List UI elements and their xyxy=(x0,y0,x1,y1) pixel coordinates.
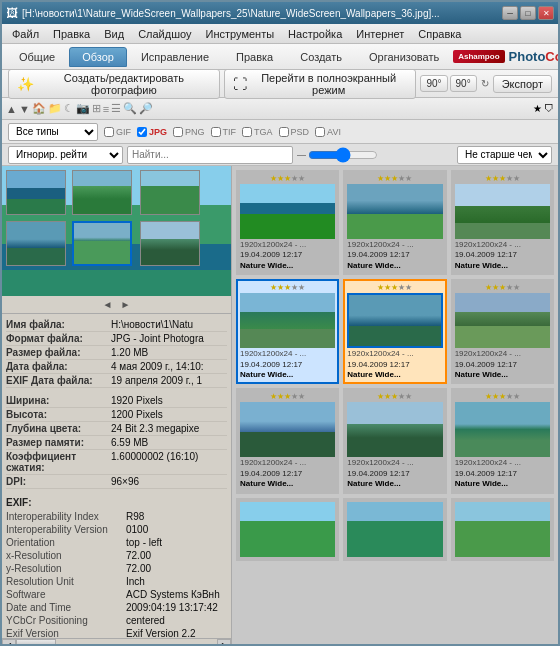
gallery-item-10[interactable] xyxy=(236,498,339,561)
tga-checkbox[interactable] xyxy=(242,127,252,137)
create-edit-photo-button[interactable]: ✨ Создать/редактировать фотографию xyxy=(8,69,220,99)
h-scroll-thumb[interactable] xyxy=(16,639,56,646)
gallery-item-3[interactable]: ★★★★★ 1920x1200x24 - ... 19.04.2009 12:1… xyxy=(451,170,554,275)
zoom-in-icon[interactable]: 🔍 xyxy=(123,102,137,115)
gallery-item-7[interactable]: ★★★★★ 1920x1200x24 - ... 19.04.2009 12:1… xyxy=(236,388,339,493)
gallery-item-11[interactable] xyxy=(343,498,446,561)
thumb-name-5: Nature Wide... xyxy=(347,370,442,380)
tab-correction[interactable]: Исправление xyxy=(128,47,222,67)
exif-interop-index: Interoperability Index R98 xyxy=(6,510,227,523)
thumb-info-1: 1920x1200x24 - ... 19.04.2009 12:17 Natu… xyxy=(240,240,335,271)
gallery-item-9[interactable]: ★★★★★ 1920x1200x24 - ... 19.04.2009 12:1… xyxy=(451,388,554,493)
tab-general[interactable]: Общие xyxy=(6,47,68,67)
gallery-item-5[interactable]: ★★★★★ 1920x1200x24 - ... 19.04.2009 12:1… xyxy=(343,279,446,384)
menu-file[interactable]: Файл xyxy=(6,26,45,42)
h-scroll-left[interactable]: ◄ xyxy=(2,639,16,646)
preview-thumb-small xyxy=(6,170,66,215)
gallery-item-1[interactable]: ★★★★★ 1920x1200x24 - ... 19.04.2009 12:1… xyxy=(236,170,339,275)
meta-format: Формат файла: JPG - Joint Photogra xyxy=(6,332,227,346)
star-filter-icon[interactable]: ★ xyxy=(533,103,542,114)
close-button[interactable]: ✕ xyxy=(538,6,554,20)
gallery-panel[interactable]: ★★★★★ 1920x1200x24 - ... 19.04.2009 12:1… xyxy=(232,166,558,646)
gif-label: GIF xyxy=(116,127,131,137)
menu-internet[interactable]: Интернет xyxy=(350,26,410,42)
titlebar-buttons[interactable]: ─ □ ✕ xyxy=(502,6,554,20)
meta-dpi: DPI: 96×96 xyxy=(6,475,227,489)
scroll-right-arrow[interactable]: ► xyxy=(121,299,131,310)
gif-checkbox[interactable] xyxy=(104,127,114,137)
export-button[interactable]: Экспорт xyxy=(493,75,552,93)
nav-up-icon[interactable]: ▲ xyxy=(6,103,17,115)
exif-ycbcr: YCbCr Positioning centered xyxy=(6,614,227,627)
fullscreen-button[interactable]: ⛶ Перейти в полноэкранный режим xyxy=(224,69,417,99)
menu-tools[interactable]: Инструменты xyxy=(200,26,281,42)
type-filter-select[interactable]: Все типы xyxy=(8,123,98,141)
thumb-name-6: Nature Wide... xyxy=(455,370,550,380)
home-icon[interactable]: 🏠 xyxy=(32,102,46,115)
menu-help[interactable]: Справка xyxy=(412,26,467,42)
gallery-item-8[interactable]: ★★★★★ 1920x1200x24 - ... 19.04.2009 12:1… xyxy=(343,388,446,493)
thumb-name-4: Nature Wide... xyxy=(240,370,335,380)
exif-orientation: Orientation top - left xyxy=(6,536,227,549)
rotate-left-button[interactable]: 90° xyxy=(420,75,447,92)
thumbnail-1 xyxy=(240,184,335,239)
thumbnail-4 xyxy=(240,293,335,348)
menu-slideshow[interactable]: Слайдшоу xyxy=(132,26,197,42)
tab-edit[interactable]: Правка xyxy=(223,47,286,67)
minimize-button[interactable]: ─ xyxy=(502,6,518,20)
gallery-item-4[interactable]: ★★★★★ 1920x1200x24 - ... 19.04.2009 12:1… xyxy=(236,279,339,384)
stars-8: ★★★★★ xyxy=(347,392,442,401)
gallery-item-6[interactable]: ★★★★★ 1920x1200x24 - ... 19.04.2009 12:1… xyxy=(451,279,554,384)
preview-thumb-small3 xyxy=(140,170,200,215)
list-icon[interactable]: ≡ xyxy=(103,103,109,115)
menu-view[interactable]: Вид xyxy=(98,26,130,42)
tab-create[interactable]: Создать xyxy=(287,47,355,67)
gallery-item-2[interactable]: ★★★★★ 1920x1200x24 - ... 19.04.2009 12:1… xyxy=(343,170,446,275)
tif-checkbox[interactable] xyxy=(211,127,221,137)
grid-icon[interactable]: ⊞ xyxy=(92,102,101,115)
search-input[interactable] xyxy=(127,146,293,164)
menu-settings[interactable]: Настройка xyxy=(282,26,348,42)
thumb-info-9: 1920x1200x24 - ... 19.04.2009 12:17 Natu… xyxy=(455,458,550,489)
thumb-name-2: Nature Wide... xyxy=(347,261,442,271)
bookmark-icon[interactable]: ⛉ xyxy=(544,103,554,114)
scroll-left-arrow[interactable]: ◄ xyxy=(103,299,113,310)
tab-organize[interactable]: Организовать xyxy=(356,47,452,67)
date-filter-select[interactable]: Не старше чем xyxy=(457,146,552,164)
wand-icon: ✨ xyxy=(17,76,34,92)
detail-icon[interactable]: ☰ xyxy=(111,102,121,115)
meta-filedate: Дата файла: 4 мая 2009 г., 14:10: xyxy=(6,360,227,374)
scroll-arrows: ◄ ► xyxy=(2,296,231,314)
psd-checkbox[interactable] xyxy=(279,127,289,137)
rotate-right-button[interactable]: 90° xyxy=(450,75,477,92)
star-icon[interactable]: ☾ xyxy=(64,102,74,115)
h-scroll-right[interactable]: ► xyxy=(217,639,231,646)
png-checkbox[interactable] xyxy=(173,127,183,137)
rating-filter-select[interactable]: Игнорир. рейти xyxy=(8,146,123,164)
menu-edit[interactable]: Правка xyxy=(47,26,96,42)
thumbnail-6 xyxy=(455,293,550,348)
png-label: PNG xyxy=(185,127,205,137)
slider-label: — xyxy=(297,150,306,160)
titlebar-left: 🖼 [Н:\новости\1\Nature_WideScreen_Wallpa… xyxy=(6,6,440,20)
preview-thumb-small2 xyxy=(72,170,132,215)
exif-datetime: Date and Time 2009:04:19 13:17:42 xyxy=(6,601,227,614)
gallery-item-12[interactable] xyxy=(451,498,554,561)
thumbnail-12 xyxy=(455,502,550,557)
exif-version: Exif Version Exif Version 2.2 xyxy=(6,627,227,638)
camera-icon[interactable]: 📷 xyxy=(76,102,90,115)
gallery-grid: ★★★★★ 1920x1200x24 - ... 19.04.2009 12:1… xyxy=(232,166,558,565)
zoom-out-icon[interactable]: 🔎 xyxy=(139,102,153,115)
thumb-name-1: Nature Wide... xyxy=(240,261,335,271)
folder-icon[interactable]: 📁 xyxy=(48,102,62,115)
avi-checkbox[interactable] xyxy=(315,127,325,137)
thumbnail-8 xyxy=(347,402,442,457)
jpg-checkbox[interactable] xyxy=(137,127,147,137)
thumb-info-2: 1920x1200x24 - ... 19.04.2009 12:17 Natu… xyxy=(347,240,442,271)
h-scroll-track[interactable] xyxy=(16,639,217,646)
maximize-button[interactable]: □ xyxy=(520,6,536,20)
tab-overview[interactable]: Обзор xyxy=(69,47,127,67)
nav-down-icon[interactable]: ▼ xyxy=(19,103,30,115)
size-slider[interactable] xyxy=(308,149,378,161)
thumb-info-6: 1920x1200x24 - ... 19.04.2009 12:17 Natu… xyxy=(455,349,550,380)
